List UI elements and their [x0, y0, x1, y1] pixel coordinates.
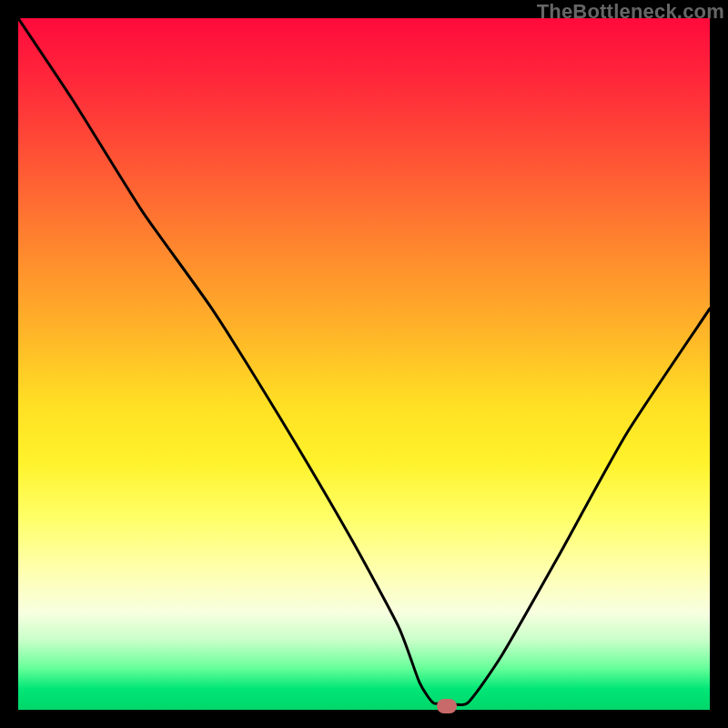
chart-container: TheBottleneck.com: [0, 0, 728, 728]
watermark-text: TheBottleneck.com: [537, 0, 724, 24]
line-series: [18, 18, 710, 710]
plot-area: [18, 18, 710, 710]
optimum-marker: [437, 699, 457, 713]
